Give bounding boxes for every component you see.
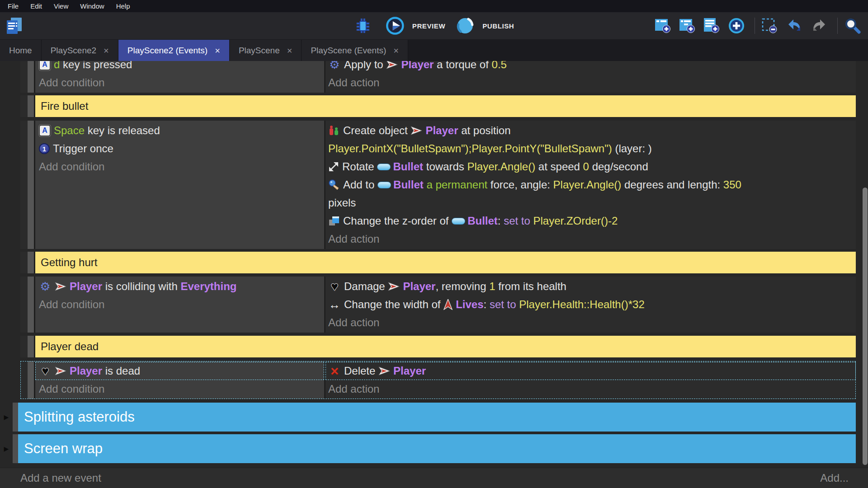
menu-window[interactable]: Window [74, 0, 110, 12]
close-icon[interactable]: × [215, 46, 220, 55]
remove-selection-icon [761, 18, 778, 34]
add-condition-button[interactable]: Add condition [35, 380, 324, 398]
add-action-button[interactable]: Add action [326, 380, 856, 398]
player-ship-icon [55, 281, 66, 292]
close-icon[interactable]: × [393, 46, 399, 55]
add-condition-button[interactable]: Add condition [35, 74, 324, 92]
vertical-scrollbar[interactable] [863, 188, 868, 465]
action-instruction[interactable]: Add to Bullet a permanent force, angle: … [326, 176, 856, 194]
text-segment: Player [70, 280, 102, 293]
add-condition-button[interactable]: Add condition [35, 158, 324, 176]
add-condition-button[interactable]: Add condition [35, 296, 324, 314]
menu-edit[interactable]: Edit [24, 0, 48, 12]
menu-help[interactable]: Help [110, 0, 136, 12]
group-header-getting-hurt[interactable]: Getting hurt [35, 252, 856, 273]
search-button[interactable] [844, 17, 864, 34]
condition-instruction[interactable]: ⚙ Player is colliding with Everything [35, 277, 324, 296]
player-ship-icon [386, 61, 398, 70]
action-instruction[interactable]: Create object Player at position [326, 122, 856, 140]
action-instruction[interactable]: ♥ Damage Player , removing 1 from its he… [326, 277, 856, 296]
action-instruction-continuation[interactable]: Player.PointX("BulletSpawn");Player.Poin… [326, 140, 856, 158]
action-instruction[interactable]: Rotate Bullet towards Player.Angle() at … [326, 158, 856, 176]
preview-play-icon [385, 16, 405, 36]
action-instruction[interactable]: Change the z-order of Bullet : set to Pl… [326, 212, 856, 230]
text-segment: Create object [343, 124, 410, 137]
remove-event-button[interactable] [761, 18, 781, 34]
group-header-player-dead[interactable]: Player dead [35, 336, 856, 357]
group-drag-handle[interactable] [13, 434, 18, 463]
add-action-button[interactable]: Add action [326, 230, 856, 248]
menu-bar: File Edit View Window Help [0, 0, 868, 12]
event-row: ⚙ Player is colliding with Everything Ad… [20, 277, 856, 333]
collapse-arrow-icon[interactable]: ▶ [0, 403, 13, 432]
text-segment: 0 [583, 160, 589, 173]
menu-file[interactable]: File [2, 0, 24, 12]
add-event-icon [655, 18, 671, 34]
player-ship-icon [410, 125, 422, 136]
text-segment: 0.5 [492, 61, 507, 71]
undo-icon [786, 18, 803, 33]
undo-button[interactable] [786, 18, 806, 33]
add-new-event-button[interactable]: Add a new event [20, 472, 101, 484]
condition-instruction[interactable]: 1 Trigger once [35, 140, 324, 158]
collapse-arrow-icon[interactable]: ▶ [0, 434, 13, 463]
tab-label: PlayScene [239, 46, 280, 56]
tab-playscene-events[interactable]: PlayScene (Events) × [302, 40, 408, 61]
project-manager-button[interactable] [5, 16, 27, 35]
group-header-fire-bullet[interactable]: Fire bullet [35, 95, 856, 117]
event-sheet-pages-icon [5, 16, 24, 35]
text-segment: key is pressed [60, 61, 132, 71]
group-screen-wrap[interactable]: Screen wrap [18, 434, 856, 463]
event-drag-handle[interactable] [20, 336, 35, 357]
add-more-button[interactable]: Add... [820, 472, 849, 484]
event-row: A Space key is released 1 Trigger once A… [20, 121, 856, 249]
text-segment: Player.Angle() [467, 160, 535, 173]
publish-button[interactable]: PUBLISH [455, 16, 514, 36]
add-action-button[interactable]: Add action [326, 74, 856, 92]
physics-engine-icon: ⚙ [328, 61, 341, 72]
action-instruction-continuation[interactable]: pixels [326, 194, 856, 212]
group-drag-handle[interactable] [13, 403, 18, 432]
event-drag-handle[interactable] [20, 121, 35, 249]
condition-instruction[interactable]: A d key is pressed [35, 61, 324, 74]
text-segment: deg/second [589, 160, 648, 173]
add-action-button[interactable]: Add action [326, 314, 856, 332]
event-row-selected: ♥ Player is dead Add condition × Delete … [20, 361, 856, 399]
add-event-button[interactable] [655, 18, 675, 34]
bullet-icon [452, 218, 465, 225]
add-comment-button[interactable] [703, 18, 723, 34]
event-drag-handle[interactable] [20, 277, 35, 333]
tab-label: PlayScene2 (Events) [127, 46, 208, 56]
redo-button[interactable] [811, 18, 831, 33]
event-drag-handle[interactable] [20, 61, 35, 93]
add-subevent-button[interactable] [679, 18, 699, 34]
event-sheet: A d key is pressed Add condition ⚙ Apply… [0, 61, 868, 468]
preview-button[interactable]: PREVIEW [385, 16, 445, 36]
condition-instruction[interactable]: ♥ Player is dead [35, 362, 324, 380]
close-icon[interactable]: × [104, 46, 109, 55]
group-splitting-asteroids[interactable]: Splitting asteroids [18, 403, 856, 432]
tab-home[interactable]: Home [0, 40, 42, 61]
tab-playscene[interactable]: PlayScene × [230, 40, 302, 61]
event-drag-handle[interactable] [20, 252, 35, 273]
condition-instruction[interactable]: A Space key is released [35, 122, 324, 140]
physics-engine-icon: ⚙ [39, 280, 52, 294]
width-arrow-icon: ↔ [328, 298, 341, 312]
text-segment: Player [425, 124, 458, 137]
event-drag-handle[interactable] [20, 361, 35, 399]
tab-playscene2[interactable]: PlayScene2 × [42, 40, 118, 61]
action-instruction[interactable]: × Delete Player [326, 362, 856, 380]
menu-view[interactable]: View [48, 0, 74, 12]
tab-playscene2-events[interactable]: PlayScene2 (Events) × [118, 40, 230, 61]
text-segment: is colliding with [102, 280, 180, 293]
text-segment: Delete [344, 365, 378, 377]
tab-label: PlayScene (Events) [311, 46, 386, 56]
text-segment: Player.Health::Health()*32 [519, 298, 644, 311]
action-instruction[interactable]: ⚙ Apply to Player a torque of 0.5 [326, 61, 856, 74]
action-instruction[interactable]: ↔ Change the width of Lives : set to Pla… [326, 296, 856, 314]
add-other-button[interactable] [728, 17, 748, 34]
text-segment: key is released [85, 124, 160, 137]
debug-button[interactable] [354, 17, 375, 34]
close-icon[interactable]: × [287, 46, 292, 55]
event-drag-handle[interactable] [20, 95, 35, 117]
